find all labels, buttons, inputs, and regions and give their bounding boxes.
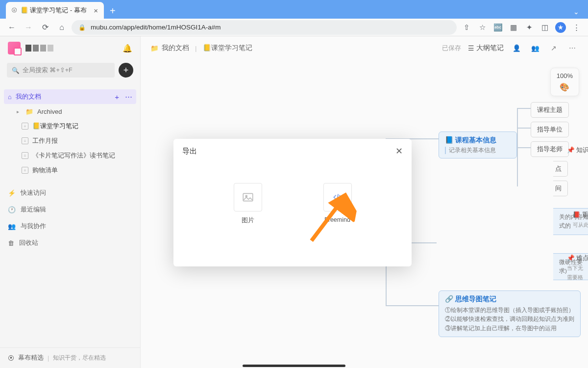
modal-title: 导出 <box>182 147 197 156</box>
svg-rect-0 <box>243 193 253 201</box>
export-option-image[interactable]: 图片 <box>234 183 262 225</box>
home-indicator <box>243 365 345 367</box>
image-icon <box>234 183 262 211</box>
export-modal: 导出 ✕ 图片 Freemind <box>173 139 412 266</box>
close-icon[interactable]: ✕ <box>395 146 403 157</box>
